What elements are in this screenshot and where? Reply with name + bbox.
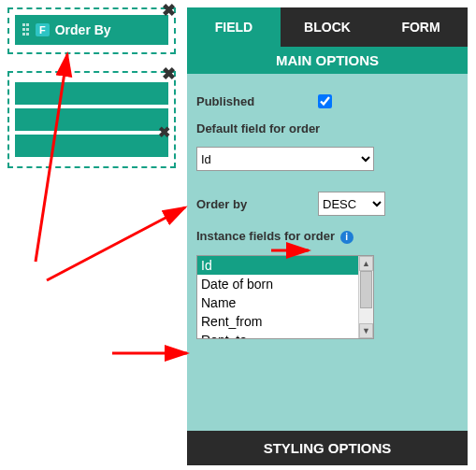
options-content: Published Default field for order Id Ord… (187, 74, 468, 431)
tab-block[interactable]: BLOCK (281, 7, 374, 47)
svg-line-1 (47, 207, 185, 280)
published-checkbox[interactable] (318, 94, 332, 108)
order-by-block: ✖ F Order By (7, 7, 176, 54)
list-item[interactable]: Name (197, 293, 358, 312)
info-icon[interactable]: i (340, 231, 353, 244)
scroll-up-icon[interactable]: ▲ (359, 256, 373, 271)
tabs: FIELD BLOCK FORM (187, 7, 468, 47)
close-icon[interactable]: ✖ (162, 2, 176, 19)
left-panel: ✖ F Order By ✖ ✖ (7, 7, 176, 168)
default-field-select[interactable]: Id (196, 147, 374, 171)
rows-block: ✖ ✖ (7, 71, 176, 168)
listbox-items[interactable]: IdDate of bornNameRent_fromRent_to (197, 256, 358, 338)
instance-fields-label: Instance fields for order (196, 229, 335, 243)
order-by-label: Order By (55, 22, 111, 37)
tab-field[interactable]: FIELD (187, 7, 281, 47)
order-by-select[interactable]: DESC (318, 192, 385, 216)
list-item[interactable]: Id (197, 256, 358, 275)
order-by-row: Order by DESC (196, 192, 458, 216)
order-by-select-label: Order by (196, 197, 318, 211)
block-row[interactable] (15, 82, 168, 105)
scroll-down-icon[interactable]: ▼ (359, 323, 373, 338)
block-row[interactable] (15, 108, 168, 131)
close-icon[interactable]: ✖ (158, 123, 170, 141)
tab-form[interactable]: FORM (374, 7, 468, 47)
list-item[interactable]: Rent_from (197, 312, 358, 331)
instance-fields-label-wrap: Instance fields for order i (196, 229, 458, 244)
styling-options-header[interactable]: STYLING OPTIONS (187, 431, 468, 465)
close-icon[interactable]: ✖ (162, 65, 176, 82)
published-row: Published (196, 94, 458, 108)
scrollbar[interactable]: ▲ ▼ (358, 256, 373, 338)
instance-fields-listbox: IdDate of bornNameRent_fromRent_to ▲ ▼ (196, 255, 374, 339)
main-options-header: MAIN OPTIONS (187, 47, 468, 74)
right-panel: FIELD BLOCK FORM MAIN OPTIONS Published … (187, 7, 468, 465)
drag-handle-icon[interactable] (22, 23, 30, 36)
default-field-label: Default field for order (196, 121, 458, 135)
list-item[interactable]: Rent_to (197, 331, 358, 338)
field-badge: F (36, 23, 50, 36)
block-row[interactable]: ✖ (15, 135, 168, 157)
scroll-track[interactable] (359, 271, 373, 323)
list-item[interactable]: Date of born (197, 275, 358, 293)
scroll-thumb[interactable] (360, 271, 372, 308)
order-by-header[interactable]: F Order By (15, 15, 168, 45)
published-label: Published (196, 94, 318, 108)
